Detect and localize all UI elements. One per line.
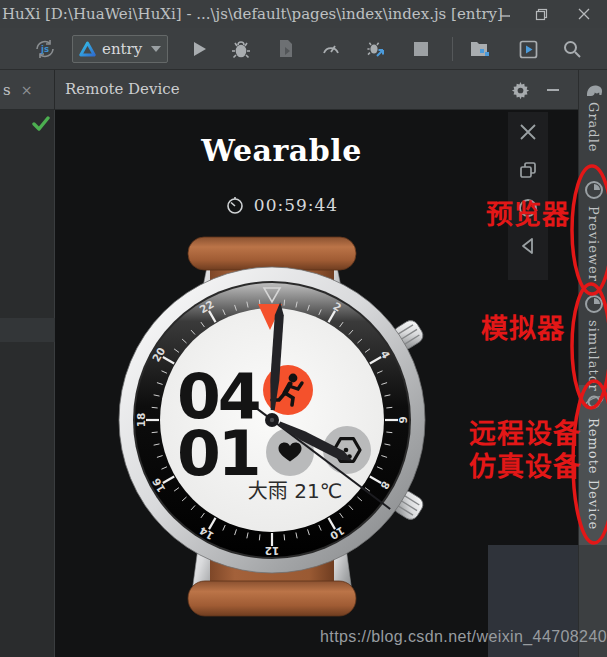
debug-button[interactable]	[227, 35, 255, 63]
search-everywhere-icon[interactable]	[558, 35, 586, 63]
tab-label: s	[3, 81, 11, 99]
emulator-restore-icon[interactable]	[516, 158, 540, 182]
tab-close-icon[interactable]: ×	[21, 82, 33, 98]
coverage-button[interactable]	[272, 35, 300, 63]
svg-text:18: 18	[135, 413, 147, 428]
maximize-window-icon[interactable]	[524, 0, 558, 28]
sidebar-item-previewer[interactable]: Previewer	[586, 206, 601, 282]
harmony-module-icon	[79, 41, 96, 57]
svg-text:6: 6	[397, 416, 409, 423]
panel-header-row: s × Remote Device	[0, 70, 607, 110]
emulator-control-strip	[508, 112, 548, 280]
stop-button[interactable]	[407, 35, 435, 63]
emulator-home-icon[interactable]	[516, 196, 540, 220]
emulator-manager-button[interactable]	[514, 35, 542, 63]
watermark-url: https://blog.csdn.net/weixin_44708240	[320, 628, 607, 646]
emulator-close-icon[interactable]	[516, 120, 540, 144]
right-toolwindow-bar: Gradle Previewer simulator Remote Device	[578, 70, 607, 657]
emulator-back-icon[interactable]	[516, 234, 540, 258]
device-manager-button[interactable]	[466, 35, 494, 63]
run-configuration-select[interactable]: entry	[72, 35, 168, 63]
sync-js-icon[interactable]: js	[31, 35, 59, 63]
watch-weather-text: 大雨 21℃	[248, 479, 342, 503]
toolbar-divider	[452, 37, 453, 61]
hide-panel-icon[interactable]	[541, 78, 565, 102]
session-timer: 00:59:44	[55, 195, 508, 215]
simulator-icon	[584, 294, 604, 314]
svg-text:12: 12	[265, 545, 280, 557]
remote-device-view: Wearable 00:59:44	[55, 110, 578, 657]
watch-hands-pivot-dot	[270, 418, 274, 422]
app-window: { "window": { "title": "HuXi [D:\\HuaWei…	[0, 0, 607, 657]
editor-tab-partial[interactable]: s ×	[0, 70, 55, 110]
main-toolbar: js entry	[0, 28, 607, 70]
svg-text:js: js	[40, 44, 49, 54]
success-check-icon	[32, 116, 50, 136]
left-panel-row[interactable]	[0, 318, 55, 342]
attach-debugger-button[interactable]	[362, 35, 390, 63]
close-window-icon[interactable]	[567, 0, 601, 28]
gear-icon[interactable]	[508, 78, 532, 102]
sidebar-item-remote-device[interactable]: Remote Device	[586, 418, 601, 530]
session-timer-value: 00:59:44	[254, 195, 338, 215]
device-type-title: Wearable	[55, 133, 508, 168]
remote-device-icon	[584, 392, 604, 412]
window-title: HuXi [D:\HuaWei\HuXi] - ...\js\default\p…	[2, 5, 503, 23]
wearable-watch-preview[interactable]: 246810121416182022 04 01 大雨 21℃	[92, 230, 452, 630]
chevron-down-icon	[151, 46, 161, 52]
title-bar: HuXi [D:\HuaWei\HuXi] - ...\js\default\p…	[0, 0, 607, 28]
profiler-button[interactable]	[317, 35, 345, 63]
run-configuration-value: entry	[102, 40, 145, 58]
sidebar-item-simulator[interactable]: simulator	[586, 320, 601, 392]
previewer-icon	[584, 180, 604, 200]
left-panel	[0, 110, 55, 657]
run-button[interactable]	[185, 35, 213, 63]
gradle-elephant-icon	[584, 81, 604, 101]
watch-minute-digits: 01	[177, 417, 259, 490]
sidebar-item-gradle[interactable]: Gradle	[586, 102, 601, 153]
stopwatch-icon	[225, 195, 245, 215]
panel-title: Remote Device	[65, 80, 180, 98]
minimize-window-icon[interactable]	[488, 0, 522, 28]
